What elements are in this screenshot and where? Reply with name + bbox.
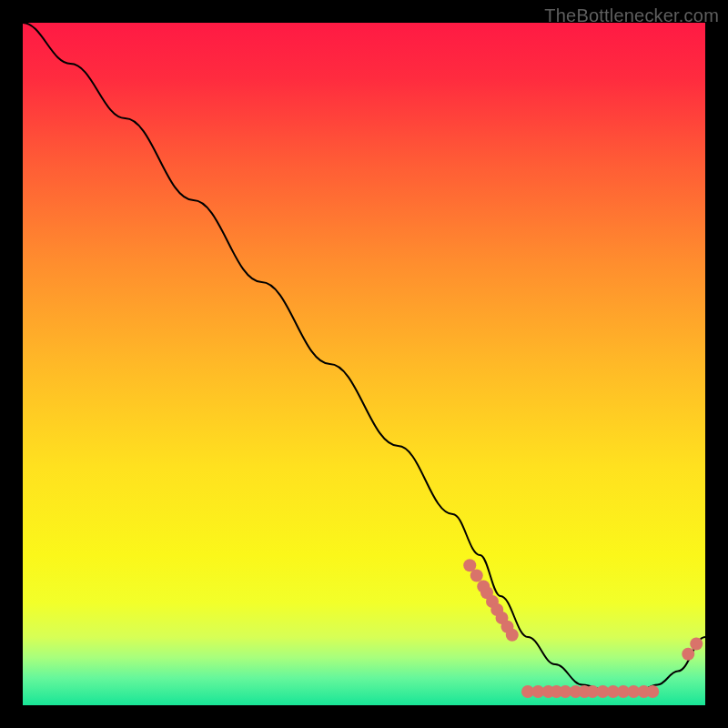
- chart-marker: [470, 570, 483, 582]
- chart-marker: [682, 648, 694, 661]
- chart-container: TheBottlenecker.com: [0, 0, 728, 728]
- chart-marker: [690, 638, 703, 651]
- chart-svg: [23, 23, 705, 705]
- gradient-background: [23, 23, 705, 705]
- plot-area: [23, 23, 705, 705]
- chart-marker: [506, 629, 519, 642]
- chart-marker: [646, 685, 659, 698]
